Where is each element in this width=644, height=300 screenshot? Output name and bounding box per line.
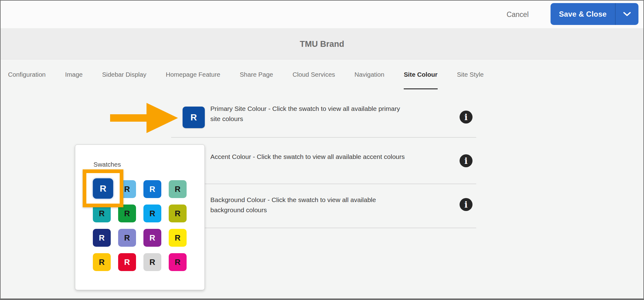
tab-site-colour[interactable]: Site Colour bbox=[404, 71, 437, 89]
top-toolbar: Cancel Save & Close bbox=[1, 1, 643, 29]
selected-swatch[interactable]: R bbox=[93, 178, 113, 199]
tab-navigation[interactable]: Navigation bbox=[354, 71, 384, 89]
swatch[interactable]: R bbox=[169, 229, 187, 247]
swatch[interactable]: R bbox=[93, 253, 111, 271]
tab-site-style[interactable]: Site Style bbox=[457, 71, 484, 89]
primary-colour-swatch[interactable]: R bbox=[183, 107, 205, 128]
brand-properties-dialog: Cancel Save & Close TMU Brand Configurat… bbox=[0, 0, 644, 300]
tab-image[interactable]: Image bbox=[65, 71, 83, 89]
tab-configuration[interactable]: Configuration bbox=[8, 71, 46, 89]
info-icon[interactable]: i bbox=[460, 154, 473, 167]
dialog-title-bar: TMU Brand bbox=[1, 29, 643, 59]
selected-swatch-highlight: R bbox=[83, 169, 123, 207]
swatch[interactable]: R bbox=[118, 253, 136, 271]
row-divider bbox=[171, 228, 476, 228]
swatch[interactable]: R bbox=[169, 205, 187, 222]
row-divider bbox=[171, 184, 476, 184]
row-divider bbox=[171, 137, 476, 138]
swatch[interactable]: R bbox=[93, 229, 111, 247]
swatches-panel: Swatches RRRRRRRRRRRRRRRR R bbox=[75, 144, 205, 290]
tab-cloud-services[interactable]: Cloud Services bbox=[292, 71, 335, 89]
swatch[interactable]: R bbox=[169, 253, 187, 271]
save-close-button[interactable]: Save & Close bbox=[551, 3, 638, 25]
save-close-label: Save & Close bbox=[551, 3, 615, 25]
tab-bar: ConfigurationImageSidebar DisplayHomepag… bbox=[8, 71, 484, 89]
swatch[interactable]: R bbox=[118, 229, 136, 247]
cancel-button[interactable]: Cancel bbox=[506, 1, 529, 29]
swatches-label: Swatches bbox=[93, 161, 121, 168]
chevron-down-icon[interactable] bbox=[615, 3, 638, 25]
swatch[interactable]: R bbox=[143, 229, 161, 247]
info-icon[interactable]: i bbox=[460, 111, 473, 124]
tab-sidebar-display[interactable]: Sidebar Display bbox=[102, 71, 147, 89]
background-colour-label: Background Colour - Click the swatch to … bbox=[210, 195, 376, 215]
page-title: TMU Brand bbox=[300, 39, 344, 49]
swatch[interactable]: R bbox=[143, 180, 161, 198]
swatch[interactable]: R bbox=[169, 180, 187, 198]
swatch[interactable]: R bbox=[143, 253, 161, 271]
swatch-letter: R bbox=[191, 112, 197, 123]
primary-colour-label: Primary Site Colour - Click the swatch t… bbox=[210, 103, 400, 124]
tab-homepage-feature[interactable]: Homepage Feature bbox=[166, 71, 221, 89]
swatch[interactable]: R bbox=[143, 205, 161, 222]
tab-share-page[interactable]: Share Page bbox=[240, 71, 273, 89]
info-icon[interactable]: i bbox=[460, 198, 473, 211]
callout-arrow-icon bbox=[110, 103, 178, 133]
accent-colour-label: Accent Colour - Click the swatch to view… bbox=[210, 152, 405, 162]
